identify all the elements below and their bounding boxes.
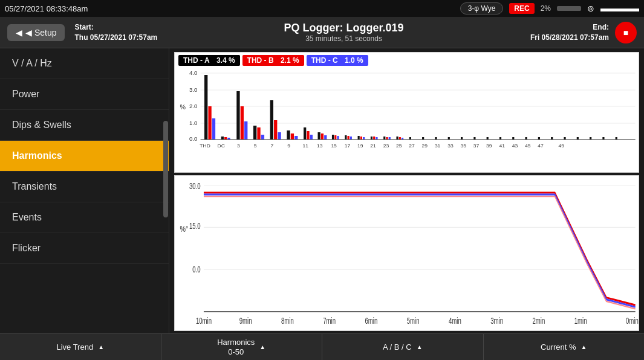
svg-text:15.0: 15.0 bbox=[189, 222, 201, 231]
battery-percent: 2% bbox=[541, 4, 551, 13]
header-end-info: End: Fri 05/28/2021 07:57am bbox=[530, 22, 609, 43]
svg-rect-69 bbox=[616, 137, 617, 140]
svg-text:15: 15 bbox=[331, 143, 337, 149]
tab-abc-arrow: ▲ bbox=[417, 344, 423, 350]
svg-text:4.0: 4.0 bbox=[189, 70, 197, 76]
svg-rect-28 bbox=[294, 136, 298, 140]
svg-rect-67 bbox=[590, 137, 591, 140]
tab-harmonics-arrow: ▲ bbox=[259, 344, 265, 350]
svg-rect-61 bbox=[512, 137, 514, 140]
thd-labels: THD - A 3.4 % THD - B 2.1 % THD - C 1.0 … bbox=[175, 53, 639, 67]
svg-text:3.0: 3.0 bbox=[189, 87, 197, 93]
svg-text:3min: 3min bbox=[490, 316, 503, 326]
svg-text:8min: 8min bbox=[281, 316, 294, 326]
svg-rect-41 bbox=[358, 136, 360, 140]
sidebar-item-dips-swells[interactable]: Dips & Swells bbox=[0, 110, 169, 141]
tab-current-pct-label: Current % bbox=[541, 342, 576, 352]
svg-rect-17 bbox=[236, 91, 239, 140]
svg-rect-48 bbox=[386, 137, 388, 140]
svg-text:%°: %° bbox=[180, 223, 189, 234]
back-button[interactable]: ◀ ◀ Setup bbox=[7, 24, 65, 41]
svg-text:31: 31 bbox=[435, 143, 441, 149]
svg-text:29: 29 bbox=[422, 143, 428, 149]
sidebar-scrollbar[interactable] bbox=[163, 121, 168, 217]
main-content: V / A / Hz Power Dips & Swells Harmonics… bbox=[0, 48, 644, 333]
svg-rect-22 bbox=[261, 135, 264, 140]
svg-rect-14 bbox=[221, 137, 224, 140]
svg-rect-20 bbox=[253, 126, 256, 140]
svg-text:2.0: 2.0 bbox=[189, 103, 197, 109]
svg-rect-50 bbox=[396, 137, 398, 140]
svg-rect-32 bbox=[317, 132, 320, 140]
status-bar: 05/27/2021 08:33:48am 3-φ Wye REC 2% ⊚ ▬… bbox=[0, 0, 644, 17]
svg-rect-43 bbox=[363, 137, 365, 140]
svg-text:5min: 5min bbox=[407, 316, 420, 326]
svg-rect-49 bbox=[389, 137, 391, 140]
signal-icon: ⊚ bbox=[587, 4, 594, 13]
thd-b-label: THD - B 2.1 % bbox=[242, 55, 304, 66]
svg-rect-44 bbox=[371, 137, 372, 140]
start-label: Start: bbox=[74, 23, 93, 31]
tab-a-b-c[interactable]: A / B / C ▲ bbox=[322, 334, 484, 360]
sidebar-item-transients[interactable]: Transients bbox=[0, 172, 169, 202]
svg-rect-65 bbox=[564, 137, 565, 140]
svg-text:1.0: 1.0 bbox=[189, 120, 197, 126]
sidebar-item-v-a-hz[interactable]: V / A / Hz bbox=[0, 48, 169, 79]
tab-harmonics-0-50[interactable]: Harmonics 0-50 ▲ bbox=[161, 334, 323, 360]
svg-text:19: 19 bbox=[357, 143, 363, 149]
bar-chart-visual: 4.0 3.0 2.0 1.0 0.0 % bbox=[175, 67, 639, 161]
svg-text:2min: 2min bbox=[532, 316, 545, 326]
svg-text:27: 27 bbox=[409, 143, 415, 149]
svg-rect-35 bbox=[332, 135, 334, 140]
svg-rect-51 bbox=[399, 137, 401, 140]
bar-chart: THD - A 3.4 % THD - B 2.1 % THD - C 1.0 … bbox=[174, 52, 639, 173]
svg-text:5: 5 bbox=[254, 143, 257, 149]
tab-current-pct[interactable]: Current % ▲ bbox=[484, 334, 645, 360]
tab-live-trend-label: Live Trend bbox=[56, 342, 93, 352]
battery-icon: ▬▬▬▬ bbox=[600, 3, 639, 14]
svg-rect-59 bbox=[487, 137, 489, 140]
thd-c-label: THD - C 1.0 % bbox=[307, 55, 368, 66]
end-label: End: bbox=[593, 23, 609, 31]
sidebar-item-events[interactable]: Events bbox=[0, 202, 169, 233]
svg-text:0min: 0min bbox=[626, 316, 639, 326]
svg-rect-13 bbox=[212, 118, 215, 140]
svg-text:30.0: 30.0 bbox=[189, 181, 201, 191]
sidebar-item-harmonics[interactable]: Harmonics bbox=[0, 141, 169, 172]
chart-area: THD - A 3.4 % THD - B 2.1 % THD - C 1.0 … bbox=[169, 48, 644, 333]
svg-text:10min: 10min bbox=[196, 316, 212, 326]
svg-text:37: 37 bbox=[473, 143, 480, 149]
svg-rect-29 bbox=[304, 127, 306, 140]
thd-a-label: THD - A 3.4 % bbox=[178, 55, 240, 66]
end-date: Fri 05/28/2021 07:57am bbox=[530, 33, 609, 42]
page-title: PQ Logger: Logger.019 bbox=[157, 22, 530, 34]
svg-rect-53 bbox=[409, 137, 411, 140]
svg-rect-33 bbox=[321, 133, 324, 140]
trend-chart-visual: 30.0 15.0 0.0 %° 10min 9min 8min 7min 6m… bbox=[175, 176, 639, 330]
header-start-info: Start: Thu 05/27/2021 07:57am bbox=[74, 22, 157, 43]
svg-text:49: 49 bbox=[558, 143, 564, 149]
sidebar-item-power[interactable]: Power bbox=[0, 79, 169, 110]
svg-rect-46 bbox=[376, 137, 377, 140]
svg-rect-36 bbox=[334, 135, 336, 140]
tab-live-trend[interactable]: Live Trend ▲ bbox=[0, 334, 161, 360]
thd-c-value: 1.0 % bbox=[345, 56, 363, 65]
svg-text:DC: DC bbox=[218, 143, 225, 149]
header-center: PQ Logger: Logger.019 35 minutes, 51 sec… bbox=[157, 22, 530, 43]
svg-rect-31 bbox=[310, 135, 313, 140]
svg-rect-18 bbox=[241, 106, 244, 140]
svg-rect-57 bbox=[461, 137, 463, 140]
svg-rect-26 bbox=[287, 130, 290, 140]
svg-rect-56 bbox=[448, 137, 450, 140]
svg-text:7: 7 bbox=[270, 143, 273, 149]
svg-rect-45 bbox=[373, 137, 375, 140]
svg-rect-55 bbox=[435, 137, 437, 140]
svg-text:23: 23 bbox=[383, 143, 389, 149]
stop-button[interactable]: ■ bbox=[615, 22, 637, 43]
svg-text:1min: 1min bbox=[574, 316, 587, 326]
sidebar-item-flicker[interactable]: Flicker bbox=[0, 233, 169, 264]
trend-chart: 30.0 15.0 0.0 %° 10min 9min 8min 7min 6m… bbox=[174, 175, 639, 331]
svg-text:4min: 4min bbox=[449, 316, 461, 326]
svg-text:9: 9 bbox=[287, 143, 290, 149]
tab-harmonics-label: Harmonics 0-50 bbox=[217, 338, 255, 356]
